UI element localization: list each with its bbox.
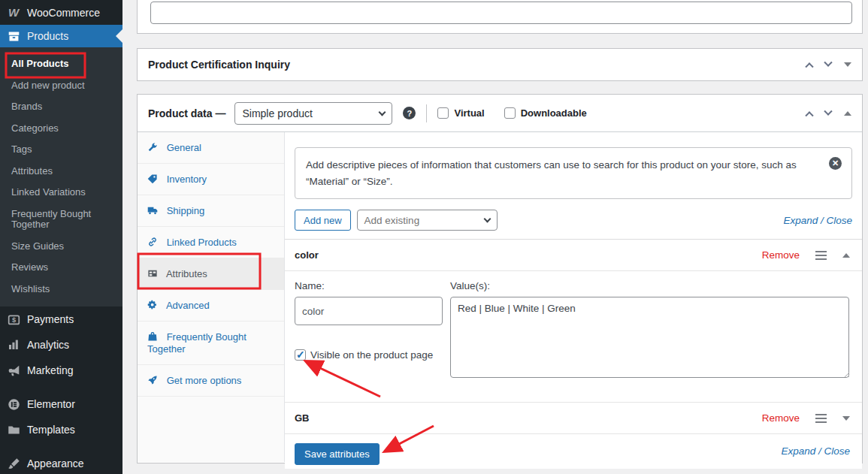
visible-on-product-page-checkbox[interactable] bbox=[295, 349, 306, 361]
attributes-footer: Save attributes Expand / Close bbox=[285, 434, 862, 469]
expand-attribute-icon[interactable] bbox=[842, 416, 850, 421]
tab-label: Linked Products bbox=[167, 237, 237, 248]
product-data-tabs: General Inventory Shipping Linked Produc… bbox=[138, 132, 285, 462]
panel-title: Product Certification Inquiry bbox=[148, 59, 290, 71]
panel-controls bbox=[806, 110, 851, 116]
attribute-row-color[interactable]: color Remove bbox=[285, 240, 862, 271]
dollar-icon: $ bbox=[7, 312, 20, 326]
toggle-panel-icon[interactable] bbox=[844, 62, 851, 67]
move-down-icon[interactable] bbox=[824, 59, 832, 67]
attribute-name-input[interactable] bbox=[295, 297, 443, 325]
visible-on-product-page-label[interactable]: Visible on the product page bbox=[310, 349, 433, 361]
dismiss-icon[interactable] bbox=[829, 157, 842, 170]
tab-shipping[interactable]: Shipping bbox=[138, 195, 284, 227]
tab-linked-products[interactable]: Linked Products bbox=[138, 227, 284, 258]
attributes-panel: Add descriptive pieces of information th… bbox=[285, 132, 862, 462]
values-label: Value(s): bbox=[450, 280, 490, 291]
close-link[interactable]: Close bbox=[826, 215, 852, 226]
sidebar-item-size-guides[interactable]: Size Guides bbox=[0, 236, 122, 258]
drag-handle-icon[interactable] bbox=[815, 418, 827, 419]
sidebar-item-templates[interactable]: Templates bbox=[0, 417, 122, 442]
move-down-icon[interactable] bbox=[824, 107, 832, 115]
form-icon bbox=[147, 268, 158, 279]
tab-general[interactable]: General bbox=[138, 132, 284, 164]
bar-chart-icon bbox=[7, 338, 20, 352]
expand-link[interactable]: Expand bbox=[783, 215, 818, 226]
remove-attribute-link[interactable]: Remove bbox=[762, 249, 800, 261]
tab-frequently-bought-together[interactable]: Frequently Bought Together bbox=[138, 322, 284, 365]
sidebar-item-payments[interactable]: $ Payments bbox=[0, 306, 122, 332]
product-data-body: General Inventory Shipping Linked Produc… bbox=[138, 132, 862, 462]
virtual-label[interactable]: Virtual bbox=[454, 107, 484, 119]
woocommerce-logo-icon bbox=[7, 6, 20, 20]
add-existing-placeholder: Add existing bbox=[364, 215, 420, 226]
product-type-value: Simple product bbox=[242, 107, 312, 119]
tab-label: Attributes bbox=[166, 268, 207, 279]
product-type-select[interactable]: Simple product bbox=[234, 102, 392, 125]
move-up-icon[interactable] bbox=[805, 62, 813, 71]
sidebar-templates-label: Templates bbox=[27, 424, 75, 436]
sidebar-separator bbox=[0, 383, 122, 391]
sidebar-item-brands[interactable]: Brands bbox=[0, 96, 122, 118]
chevron-down-icon bbox=[483, 216, 491, 223]
virtual-checkbox[interactable] bbox=[437, 107, 449, 119]
add-new-button[interactable]: Add new bbox=[295, 210, 351, 231]
sidebar-item-marketing[interactable]: Marketing bbox=[0, 358, 122, 383]
chevron-down-icon bbox=[379, 108, 386, 116]
bag-icon bbox=[147, 331, 158, 342]
sidebar-item-add-new-product[interactable]: Add new product bbox=[0, 75, 122, 97]
sidebar-woocommerce-label: WooCommerce bbox=[27, 7, 100, 19]
product-data-title: Product data — bbox=[148, 107, 225, 119]
sidebar-item-woocommerce[interactable]: WooCommerce bbox=[0, 0, 122, 25]
sidebar-item-analytics[interactable]: Analytics bbox=[0, 332, 122, 358]
sidebar-item-frequently-bought-together[interactable]: Frequently Bought Together bbox=[0, 204, 122, 236]
downloadable-checkbox[interactable] bbox=[504, 107, 516, 119]
drag-handle-icon[interactable] bbox=[815, 255, 827, 256]
sidebar-item-wishlists[interactable]: Wishlists bbox=[0, 279, 122, 300]
sidebar-item-attributes[interactable]: Attributes bbox=[0, 161, 122, 183]
products-box-icon bbox=[7, 29, 20, 43]
link-icon bbox=[147, 237, 158, 247]
collapse-attribute-icon[interactable] bbox=[842, 253, 850, 258]
megaphone-icon bbox=[7, 364, 20, 377]
wrench-icon bbox=[147, 142, 158, 152]
sidebar-item-categories[interactable]: Categories bbox=[0, 118, 122, 140]
rocket-icon bbox=[147, 375, 158, 385]
move-up-icon[interactable] bbox=[805, 111, 813, 119]
truck-icon bbox=[147, 205, 158, 216]
sidebar-item-elementor[interactable]: Elementor bbox=[0, 391, 122, 417]
sidebar-item-tags[interactable]: Tags bbox=[0, 139, 122, 161]
remove-attribute-link[interactable]: Remove bbox=[762, 412, 800, 424]
tab-attributes[interactable]: Attributes bbox=[138, 258, 284, 290]
save-attributes-button[interactable]: Save attributes bbox=[295, 443, 380, 465]
close-link[interactable]: Close bbox=[824, 445, 850, 457]
tab-get-more-options[interactable]: Get more options bbox=[138, 365, 284, 397]
tab-label: Frequently Bought Together bbox=[147, 331, 246, 355]
tab-label: General bbox=[167, 142, 201, 153]
add-existing-select[interactable]: Add existing bbox=[357, 210, 498, 231]
downloadable-label[interactable]: Downloadable bbox=[521, 107, 587, 119]
product-certification-panel: Product Certification Inquiry bbox=[137, 48, 863, 81]
panel-controls bbox=[806, 62, 851, 68]
sidebar-item-products[interactable]: Products bbox=[0, 25, 122, 47]
attribute-name: color bbox=[295, 249, 319, 261]
attribute-name: GB bbox=[295, 412, 310, 424]
tab-advanced[interactable]: Advanced bbox=[138, 290, 284, 322]
sidebar-item-appearance[interactable]: Appearance bbox=[0, 451, 122, 474]
attribute-row-gb[interactable]: GB Remove bbox=[285, 403, 862, 434]
sidebar-analytics-label: Analytics bbox=[27, 339, 69, 351]
product-data-header: Product data — Simple product Virtual Do… bbox=[138, 95, 862, 132]
sidebar-item-reviews[interactable]: Reviews bbox=[0, 257, 122, 279]
expand-link[interactable]: Expand bbox=[781, 445, 815, 457]
attribute-color-body: Name: Value(s): Red | Blue | White | Gre… bbox=[285, 271, 862, 403]
help-icon[interactable] bbox=[403, 107, 416, 119]
tab-inventory[interactable]: Inventory bbox=[138, 164, 284, 195]
sidebar-item-all-products[interactable]: All Products bbox=[0, 53, 122, 75]
divider bbox=[426, 104, 427, 122]
notice-text: Add descriptive pieces of information th… bbox=[306, 159, 797, 187]
sidebar-item-linked-variations[interactable]: Linked Variations bbox=[0, 182, 122, 204]
product-title-input[interactable] bbox=[150, 2, 852, 24]
toggle-panel-icon[interactable] bbox=[844, 111, 851, 116]
attribute-values-textarea[interactable]: Red | Blue | White | Green bbox=[450, 297, 849, 378]
product-data-panel: Product data — Simple product Virtual Do… bbox=[137, 94, 863, 463]
